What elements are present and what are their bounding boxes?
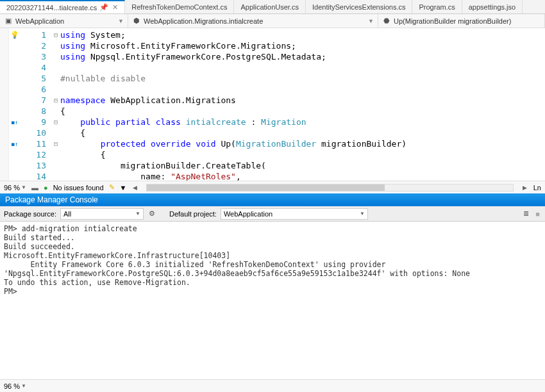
fold-toggle[interactable]: ⊟ bbox=[51, 138, 60, 149]
reference-marker-icon[interactable]: ◼↑ bbox=[9, 117, 21, 127]
chevron-down-icon: ▼ bbox=[21, 184, 26, 190]
nav-member-dropdown[interactable]: ⬣ Up(MigrationBuilder migrationBuilder) bbox=[378, 14, 545, 28]
nav-project-label: WebApplication bbox=[15, 17, 64, 25]
tab-label: IdentityServicesExtensions.cs bbox=[312, 3, 406, 11]
tab-label: appsettings.jso bbox=[469, 3, 516, 11]
zoom-value: 96 % bbox=[4, 382, 20, 390]
tab-label: 202203271144...tialcreate.cs bbox=[6, 4, 97, 12]
editor-area: 💡◼↑◼↑ 123456789101112131415161718192021 … bbox=[0, 28, 545, 181]
default-project-value: WebApplication bbox=[224, 210, 272, 218]
tab-label: Program.cs bbox=[419, 3, 455, 11]
class-icon: ⬢ bbox=[132, 17, 141, 25]
nav-class-dropdown[interactable]: ⬢ WebApplication.Migrations.intialcreate… bbox=[128, 14, 378, 28]
fold-toggle bbox=[51, 160, 60, 171]
horizontal-scrollbar[interactable] bbox=[146, 184, 513, 192]
fold-toggle[interactable]: ⊟ bbox=[51, 29, 60, 40]
glyph-margin: 💡◼↑◼↑ bbox=[9, 28, 21, 181]
chevron-down-icon: ▼ bbox=[360, 211, 365, 216]
scroll-left-icon[interactable]: ◀ bbox=[131, 184, 138, 191]
nav-class-label: WebApplication.Migrations.intialcreate bbox=[144, 17, 263, 25]
line-number: 9 bbox=[21, 117, 46, 127]
console-output[interactable]: PM> add-migration intialcreate Build sta… bbox=[0, 222, 545, 379]
code-line[interactable]: migrationBuilder.CreateTable( bbox=[60, 160, 545, 171]
code-editor[interactable]: 💡◼↑◼↑ 123456789101112131415161718192021 … bbox=[9, 28, 545, 181]
project-icon: ▣ bbox=[4, 17, 13, 25]
fold-toggle bbox=[51, 84, 60, 95]
scroll-right-icon[interactable]: ▶ bbox=[521, 184, 528, 191]
fold-toggle bbox=[51, 149, 60, 160]
bottom-status-bar: 96 % ▼ bbox=[0, 379, 545, 392]
zoom-control[interactable]: 96 % ▼ bbox=[4, 382, 26, 390]
method-icon: ⬣ bbox=[382, 17, 391, 25]
code-line[interactable]: { bbox=[60, 127, 545, 138]
line-number: 11 bbox=[21, 138, 46, 149]
fold-toggle[interactable]: ⊟ bbox=[51, 95, 60, 106]
line-number: 7 bbox=[21, 95, 46, 106]
code-line[interactable]: { bbox=[60, 149, 545, 160]
line-number: 6 bbox=[21, 84, 46, 95]
error-nav-icon[interactable]: ▬ bbox=[31, 184, 38, 192]
line-number: 5 bbox=[21, 73, 46, 84]
nav-member-label: Up(MigrationBuilder migrationBuilder) bbox=[394, 17, 511, 25]
scrollbar-thumb[interactable] bbox=[147, 184, 385, 191]
fold-toggle bbox=[51, 51, 60, 62]
code-line[interactable]: protected override void Up(MigrationBuil… bbox=[60, 138, 545, 149]
code-line[interactable]: using Microsoft.EntityFrameworkCore.Migr… bbox=[60, 40, 545, 51]
lightbulb-icon[interactable]: 💡 bbox=[9, 29, 21, 40]
pmc-toolbar: Package source: All ▼ ⚙ Default project:… bbox=[0, 206, 545, 222]
fold-margin[interactable]: ⊟⊟⊟⊟ bbox=[51, 28, 60, 181]
document-tab[interactable]: RefreshTokenDemoContext.cs bbox=[125, 0, 234, 13]
line-number: 2 bbox=[21, 40, 46, 51]
pin-icon[interactable]: 📌 bbox=[99, 3, 108, 12]
fold-toggle bbox=[51, 73, 60, 84]
document-tab[interactable]: 202203271144...tialcreate.cs📌✕ bbox=[0, 0, 125, 13]
fold-toggle bbox=[51, 62, 60, 73]
code-line[interactable]: namespace WebApplication.Migrations bbox=[60, 95, 545, 106]
fold-toggle bbox=[51, 127, 60, 138]
fold-toggle[interactable]: ⊟ bbox=[51, 117, 60, 127]
code-line[interactable]: name: "AspNetRoles", bbox=[60, 171, 545, 181]
line-number: 10 bbox=[21, 127, 46, 138]
document-tab[interactable]: IdentityServicesExtensions.cs bbox=[306, 0, 413, 13]
default-project-dropdown[interactable]: WebApplication ▼ bbox=[221, 208, 368, 220]
chevron-down-icon: ▼ bbox=[135, 211, 140, 216]
line-numbers: 123456789101112131415161718192021 bbox=[21, 28, 51, 181]
code-navigation-bar: ▣ WebApplication ▼ ⬢ WebApplication.Migr… bbox=[0, 14, 545, 28]
package-source-dropdown[interactable]: All ▼ bbox=[60, 208, 144, 220]
chevron-down-icon: ▼ bbox=[368, 18, 374, 24]
nav-project-dropdown[interactable]: ▣ WebApplication ▼ bbox=[0, 14, 128, 28]
tab-label: RefreshTokenDemoContext.cs bbox=[131, 3, 227, 11]
chevron-down-icon[interactable]: ▼ bbox=[120, 184, 127, 192]
chevron-down-icon: ▼ bbox=[118, 18, 124, 24]
code-line[interactable]: public partial class intialcreate : Migr… bbox=[60, 117, 545, 127]
fold-toggle bbox=[51, 171, 60, 181]
document-tab[interactable]: appsettings.jso bbox=[462, 0, 523, 13]
line-number: 8 bbox=[21, 106, 46, 117]
code-line[interactable]: { bbox=[60, 106, 545, 117]
package-manager-console-header[interactable]: Package Manager Console bbox=[0, 193, 545, 206]
settings-gear-icon[interactable]: ⚙ bbox=[147, 209, 156, 218]
code-line[interactable]: #nullable disable bbox=[60, 73, 545, 84]
document-tabs: 202203271144...tialcreate.cs📌✕RefreshTok… bbox=[0, 0, 545, 14]
reference-marker-icon[interactable]: ◼↑ bbox=[9, 138, 21, 149]
line-number: 3 bbox=[21, 51, 46, 62]
zoom-control[interactable]: 96 % ▼ bbox=[4, 184, 26, 192]
code-line[interactable]: using System; bbox=[60, 29, 545, 40]
line-number: 13 bbox=[21, 160, 46, 171]
code-line[interactable] bbox=[60, 84, 545, 95]
editor-status-bar: 96 % ▼ ▬ ● No issues found ✎ ▼ ◀ ▶ Ln bbox=[0, 181, 545, 193]
stop-icon[interactable]: ■ bbox=[534, 210, 541, 218]
clear-console-icon[interactable]: ≣ bbox=[522, 209, 530, 218]
zoom-value: 96 % bbox=[4, 184, 20, 192]
no-issues-icon: ● bbox=[44, 184, 48, 192]
close-icon[interactable]: ✕ bbox=[112, 3, 118, 12]
package-source-label: Package source: bbox=[4, 210, 56, 218]
code-content[interactable]: using System;using Microsoft.EntityFrame… bbox=[60, 28, 545, 181]
code-line[interactable] bbox=[60, 62, 545, 73]
chevron-down-icon: ▼ bbox=[21, 383, 26, 389]
document-tab[interactable]: ApplicationUser.cs bbox=[234, 0, 306, 13]
tab-label: ApplicationUser.cs bbox=[240, 3, 299, 11]
document-tab[interactable]: Program.cs bbox=[412, 0, 462, 13]
health-indicator-icon[interactable]: ✎ bbox=[109, 183, 115, 192]
code-line[interactable]: using Npgsql.EntityFrameworkCore.Postgre… bbox=[60, 51, 545, 62]
